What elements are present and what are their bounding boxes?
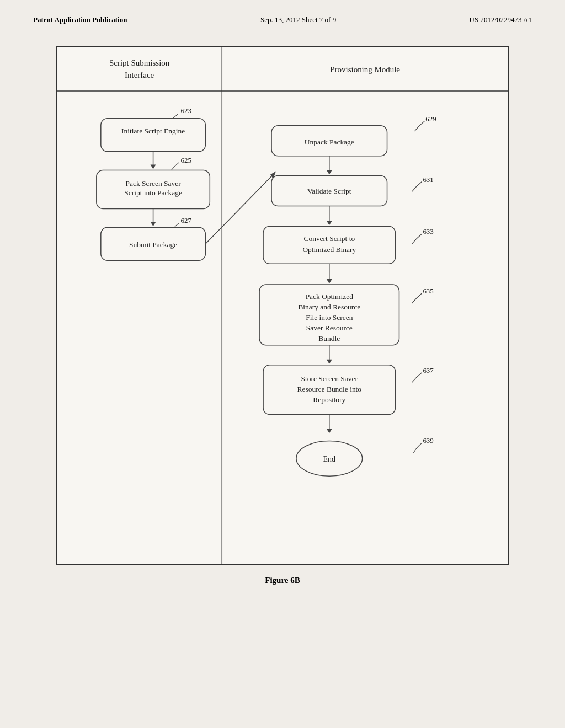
label-633: 633 bbox=[423, 227, 433, 235]
header-right: US 2012/0229473 A1 bbox=[470, 15, 532, 24]
label-623: 623 bbox=[180, 106, 191, 115]
diagram-wrapper: Script Submission Interface Provisioning… bbox=[45, 46, 520, 585]
convert-script-label-2: Optimized Binary bbox=[302, 245, 356, 254]
pack-script-label-2: Script into Package bbox=[124, 189, 182, 197]
page-header: Patent Application Publication Sep. 13, … bbox=[0, 0, 565, 30]
label-627: 627 bbox=[180, 216, 191, 224]
pack-optimized-4: Saver Resource bbox=[306, 324, 353, 332]
pack-optimized-1: Pack Optimized bbox=[306, 292, 354, 301]
svg-marker-9 bbox=[151, 222, 156, 226]
svg-marker-21 bbox=[327, 429, 332, 433]
header-left: Patent Application Publication bbox=[33, 15, 127, 24]
svg-marker-17 bbox=[327, 279, 332, 283]
svg-marker-19 bbox=[327, 360, 332, 364]
pack-optimized-2: Binary and Resource bbox=[298, 303, 360, 311]
label-631: 631 bbox=[423, 175, 433, 184]
svg-text:Interface: Interface bbox=[125, 71, 154, 79]
initiate-script-engine-label: Initiate Script Engine bbox=[121, 127, 185, 135]
page: Patent Application Publication Sep. 13, … bbox=[0, 0, 565, 728]
end-label: End bbox=[323, 455, 335, 463]
validate-script-label: Validate Script bbox=[307, 187, 351, 195]
store-bundle-3: Repository bbox=[313, 395, 345, 404]
diagram-container: Script Submission Interface Provisioning… bbox=[56, 46, 509, 585]
store-bundle-2: Resource Bundle into bbox=[297, 385, 362, 393]
svg-rect-1 bbox=[57, 47, 222, 91]
col-left-title: Script Submission bbox=[109, 58, 170, 67]
label-639: 639 bbox=[423, 436, 433, 445]
col-right-title: Provisioning Module bbox=[330, 65, 400, 74]
label-637: 637 bbox=[423, 366, 434, 374]
pack-script-label-1: Pack Screen Saver bbox=[126, 179, 182, 188]
convert-script-label-1: Convert Script to bbox=[303, 234, 355, 243]
svg-marker-7 bbox=[151, 165, 156, 169]
unpack-package-label: Unpack Package bbox=[305, 138, 354, 146]
submit-package-label: Submit Package bbox=[129, 240, 177, 249]
svg-marker-15 bbox=[327, 221, 332, 225]
pack-optimized-5: Bundle bbox=[318, 334, 340, 342]
label-635: 635 bbox=[423, 287, 433, 295]
store-bundle-1: Store Screen Saver bbox=[301, 374, 358, 383]
label-625: 625 bbox=[180, 156, 191, 164]
figure-caption: Figure 6B bbox=[56, 576, 509, 585]
label-629: 629 bbox=[425, 115, 436, 123]
pack-optimized-3: File into Screen bbox=[306, 313, 353, 322]
svg-marker-13 bbox=[327, 170, 332, 175]
header-center: Sep. 13, 2012 Sheet 7 of 9 bbox=[260, 15, 336, 24]
